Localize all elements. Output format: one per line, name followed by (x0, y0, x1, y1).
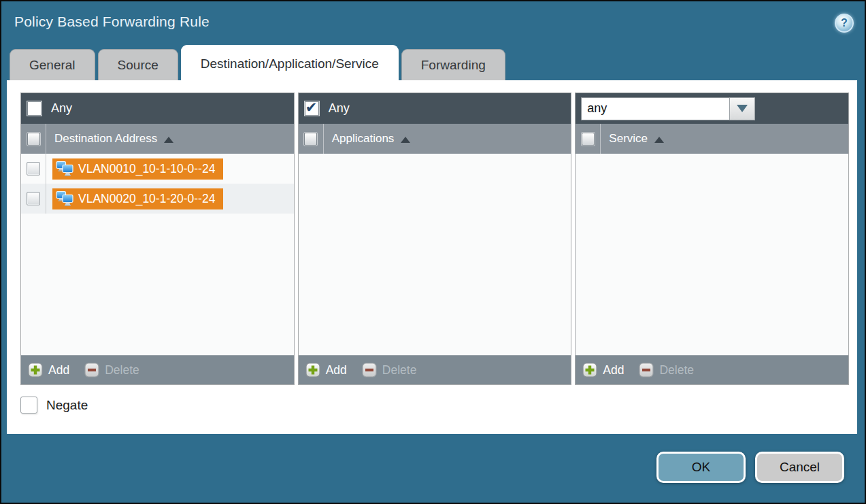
dialog-title: Policy Based Forwarding Rule (14, 14, 210, 30)
destination-row-checkbox[interactable] (27, 192, 40, 205)
service-type-bar (576, 93, 848, 124)
help-icon[interactable]: ? (835, 14, 854, 33)
applications-list (299, 154, 571, 355)
destination-panel: Any Destination Address (20, 93, 295, 385)
dialog-footer: OK Cancel (1, 434, 865, 503)
applications-delete-button[interactable]: Delete (362, 363, 417, 377)
service-list (576, 154, 848, 355)
tab-destination-application-service[interactable]: Destination/Application/Service (181, 45, 399, 80)
address-object-icon (56, 190, 73, 207)
applications-panel: ✔ Any Applications Add (298, 93, 572, 385)
applications-toolbar: Add Delete (299, 355, 571, 384)
destination-column-header: Destination Address (21, 124, 294, 154)
pbf-rule-dialog: Policy Based Forwarding Rule ? General S… (0, 0, 866, 504)
destination-toolbar: Add Delete (21, 355, 294, 384)
checkmark-icon: ✔ (305, 99, 318, 116)
destination-any-label: Any (51, 101, 72, 116)
tab-content: Any Destination Address (7, 80, 857, 434)
applications-column-label[interactable]: Applications (332, 132, 395, 146)
destination-row: VLAN0020_10-1-20-0--24 (21, 184, 294, 214)
applications-select-all-checkbox[interactable] (304, 133, 317, 146)
add-plus-icon (28, 363, 43, 377)
tab-strip: General Source Destination/Application/S… (1, 45, 865, 80)
service-delete-button[interactable]: Delete (639, 363, 694, 377)
destination-row: VLAN0010_10-1-10-0--24 (21, 154, 294, 184)
sort-ascending-icon (164, 137, 173, 143)
delete-minus-icon (84, 363, 99, 377)
sort-ascending-icon (401, 137, 410, 143)
service-column-label[interactable]: Service (609, 132, 648, 146)
service-select-all-checkbox[interactable] (582, 133, 595, 146)
add-plus-icon (305, 363, 320, 377)
address-object-icon (56, 161, 73, 177)
add-label: Add (326, 363, 347, 377)
destination-any-checkbox[interactable] (27, 101, 42, 116)
destination-address-label: VLAN0010_10-1-10-0--24 (78, 162, 215, 176)
add-plus-icon (582, 363, 597, 377)
ok-button[interactable]: OK (656, 452, 746, 483)
tab-forwarding[interactable]: Forwarding (401, 49, 505, 80)
destination-list: VLAN0010_10-1-10-0--24 (21, 154, 294, 355)
add-label: Add (48, 363, 69, 377)
sort-ascending-icon (654, 137, 664, 143)
applications-column-header: Applications (299, 124, 571, 154)
cancel-button[interactable]: Cancel (755, 452, 844, 483)
delete-minus-icon (362, 363, 377, 377)
negate-option: Negate (20, 397, 849, 414)
destination-delete-button[interactable]: Delete (84, 363, 139, 377)
chevron-down-icon (737, 105, 748, 112)
service-type-dropdown-button[interactable] (729, 97, 755, 120)
negate-label: Negate (46, 398, 88, 413)
delete-label: Delete (382, 363, 417, 377)
applications-add-button[interactable]: Add (305, 363, 347, 377)
panels-container: Any Destination Address (20, 93, 849, 385)
tab-general[interactable]: General (10, 49, 95, 80)
applications-any-bar: ✔ Any (299, 93, 571, 124)
service-panel: Service Add (575, 93, 849, 385)
delete-minus-icon (639, 363, 654, 377)
destination-column-label[interactable]: Destination Address (54, 132, 157, 146)
destination-any-bar: Any (21, 93, 294, 124)
destination-row-checkbox[interactable] (27, 162, 40, 175)
service-toolbar: Add Delete (576, 355, 848, 384)
delete-label: Delete (105, 363, 139, 377)
dialog-titlebar: Policy Based Forwarding Rule ? (1, 1, 865, 45)
tab-source[interactable]: Source (98, 49, 178, 80)
destination-address-item[interactable]: VLAN0010_10-1-10-0--24 (52, 158, 223, 180)
destination-select-all-checkbox[interactable] (27, 133, 40, 146)
destination-add-button[interactable]: Add (28, 363, 69, 377)
negate-checkbox[interactable] (20, 397, 37, 414)
service-column-header: Service (576, 124, 848, 154)
applications-any-label: Any (329, 101, 350, 116)
service-add-button[interactable]: Add (582, 363, 624, 377)
add-label: Add (603, 363, 624, 377)
destination-address-item[interactable]: VLAN0020_10-1-20-0--24 (52, 188, 223, 209)
applications-any-checkbox[interactable]: ✔ (304, 101, 320, 116)
destination-address-label: VLAN0020_10-1-20-0--24 (78, 192, 215, 206)
service-type-input[interactable] (581, 97, 729, 120)
delete-label: Delete (659, 363, 694, 377)
service-type-dropdown (581, 97, 755, 120)
